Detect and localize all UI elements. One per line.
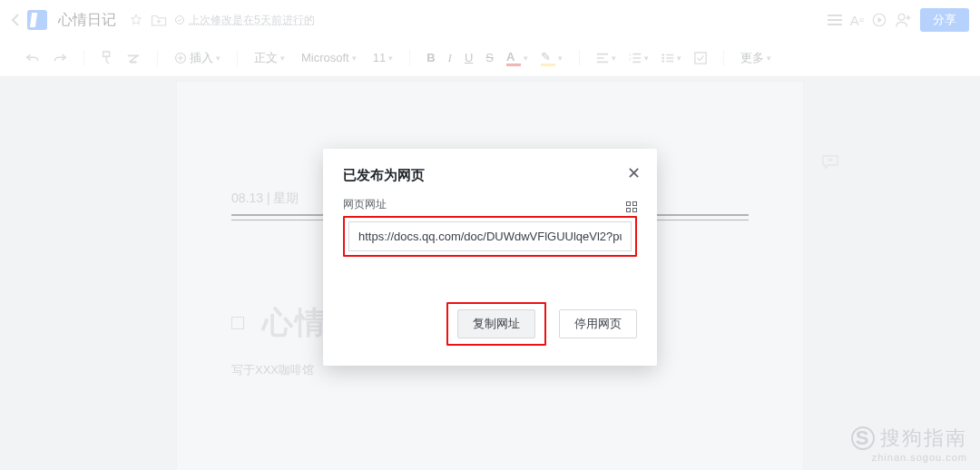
more-dropdown[interactable]: 更多▾ xyxy=(740,50,771,66)
svg-point-7 xyxy=(662,56,664,59)
formatting-toolbar: 插入▾ 正文▾ Microsoft▾ 11▾ B I U S A▾ ✎▾ ▾ 1… xyxy=(0,40,980,76)
text-format-icon[interactable]: A≡ xyxy=(850,13,864,28)
align-dropdown[interactable]: ▾ xyxy=(596,53,616,64)
ordered-list-dropdown[interactable]: 12▾ xyxy=(629,53,649,64)
url-label: 网页网址 xyxy=(343,197,387,212)
svg-point-6 xyxy=(662,54,664,56)
app-header: 心情日记 上次修改是在5天前进行的 A≡ 分享 xyxy=(0,0,980,40)
add-collaborator-icon[interactable] xyxy=(895,12,913,28)
checklist-icon[interactable] xyxy=(694,52,707,64)
close-icon[interactable]: ✕ xyxy=(627,165,641,181)
highlight-box-url xyxy=(343,216,637,257)
svg-point-0 xyxy=(176,16,184,24)
underline-icon[interactable]: U xyxy=(465,51,473,64)
font-family-dropdown[interactable]: Microsoft▾ xyxy=(301,51,357,64)
document-canvas: 08.13 | 星期 心情日记 写于XXX咖啡馆 ✕ 已发布为网页 网页网址 xyxy=(0,76,980,470)
paragraph-style-dropdown[interactable]: 正文▾ xyxy=(254,50,285,66)
highlight-color-dropdown[interactable]: ✎▾ xyxy=(541,50,563,66)
font-size-dropdown[interactable]: 11▾ xyxy=(373,51,393,64)
move-folder-icon[interactable] xyxy=(151,13,167,27)
bullet-list-dropdown[interactable]: ▾ xyxy=(662,53,681,64)
modal-title: 已发布为网页 xyxy=(343,167,637,184)
app-logo-icon xyxy=(27,10,47,30)
text-color-dropdown[interactable]: A▾ xyxy=(506,50,528,66)
undo-icon[interactable] xyxy=(25,52,40,64)
stop-publish-button[interactable]: 停用网页 xyxy=(559,309,637,338)
svg-point-2 xyxy=(898,14,905,20)
bold-icon[interactable]: B xyxy=(426,51,435,64)
clear-format-icon[interactable] xyxy=(126,52,141,64)
strikethrough-icon[interactable]: S xyxy=(485,51,494,64)
italic-icon[interactable]: I xyxy=(448,51,452,65)
svg-point-8 xyxy=(662,60,664,63)
copy-url-button[interactable]: 复制网址 xyxy=(457,309,535,338)
document-title[interactable]: 心情日记 xyxy=(58,11,116,30)
highlight-box-copy: 复制网址 xyxy=(446,302,546,346)
insert-dropdown[interactable]: 插入▾ xyxy=(174,50,220,66)
redo-icon[interactable] xyxy=(53,52,67,64)
share-button[interactable]: 分享 xyxy=(920,8,969,32)
qrcode-icon[interactable] xyxy=(626,201,637,212)
svg-rect-9 xyxy=(695,52,706,63)
publish-modal: ✕ 已发布为网页 网页网址 复制网址 停用网页 xyxy=(323,149,657,366)
format-paint-icon[interactable] xyxy=(101,51,113,65)
back-icon[interactable] xyxy=(11,14,20,26)
publish-url-input[interactable] xyxy=(348,221,632,251)
outline-icon[interactable] xyxy=(827,14,843,26)
modal-overlay: ✕ 已发布为网页 网页网址 复制网址 停用网页 xyxy=(0,76,980,470)
last-edit-label[interactable]: 上次修改是在5天前进行的 xyxy=(174,13,315,28)
star-icon[interactable] xyxy=(129,13,143,27)
watermark: S搜狗指南 zhinan.sogou.com xyxy=(851,425,967,463)
history-play-icon[interactable] xyxy=(871,12,887,28)
svg-text:2: 2 xyxy=(629,56,632,61)
